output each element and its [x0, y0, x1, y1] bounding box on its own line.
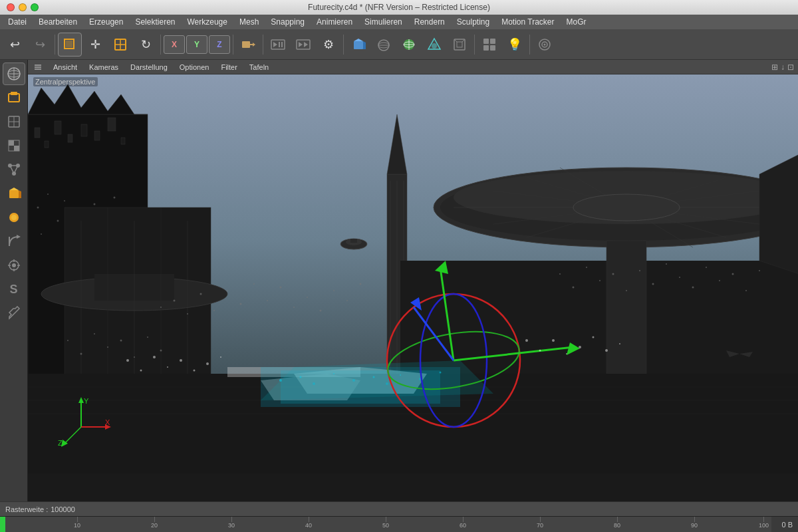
uv-button[interactable]: [3, 134, 25, 157]
svg-point-37: [544, 43, 546, 45]
menu-datei[interactable]: Datei: [3, 16, 32, 28]
axis-y-button[interactable]: Y: [186, 35, 207, 54]
cube-button[interactable]: [346, 33, 370, 57]
vp-ansicht[interactable]: Ansicht: [48, 62, 82, 72]
vp-darstellung[interactable]: Darstellung: [125, 62, 173, 72]
close-button[interactable]: [7, 3, 15, 11]
deformer-button[interactable]: [422, 33, 446, 57]
svg-text:X: X: [105, 418, 110, 426]
svg-point-209: [605, 349, 608, 352]
svg-point-62: [11, 215, 17, 220]
svg-point-176: [626, 290, 627, 291]
settings-button[interactable]: ⚙: [317, 33, 340, 57]
svg-point-156: [174, 300, 176, 302]
vp-optionen[interactable]: Optionen: [174, 62, 215, 72]
svg-rect-83: [108, 118, 116, 131]
maximize-button[interactable]: [31, 3, 39, 11]
view1-button[interactable]: [477, 33, 501, 57]
svg-rect-152: [350, 239, 357, 243]
vp-icon2[interactable]: ↓: [781, 63, 785, 72]
svg-point-187: [67, 340, 68, 341]
menu-bearbeiten[interactable]: Bearbeiten: [33, 16, 82, 28]
redo-button[interactable]: ↪: [28, 33, 52, 57]
svg-point-157: [187, 313, 188, 315]
menu-sculpting[interactable]: Sculpting: [452, 16, 495, 28]
object-mode-button[interactable]: [3, 86, 25, 109]
svg-rect-49: [9, 146, 14, 151]
modifier-button[interactable]: [3, 302, 25, 325]
viewport-toolbar: Ansicht Kameras Darstellung Optionen Fil…: [28, 60, 798, 74]
svg-point-178: [652, 283, 654, 285]
svg-rect-33: [483, 45, 489, 51]
sep2: [160, 35, 161, 55]
status-bar: Rasterweite : 100000: [0, 501, 798, 516]
axis-x-button[interactable]: X: [164, 35, 185, 54]
svg-point-87: [57, 220, 59, 222]
svg-point-158: [200, 293, 202, 295]
viewport[interactable]: Ansicht Kameras Darstellung Optionen Fil…: [28, 60, 798, 501]
svg-marker-7: [253, 43, 255, 47]
menu-erzeugen[interactable]: Erzeugen: [84, 16, 128, 28]
menu-simulieren[interactable]: Simulieren: [359, 16, 408, 28]
nav-button[interactable]: [3, 63, 25, 85]
sculpt-button[interactable]: S: [3, 278, 25, 301]
svg-rect-1: [66, 41, 72, 47]
transform-button[interactable]: [236, 33, 260, 57]
svg-point-164: [280, 287, 282, 289]
toolbar: ↩ ↪ ✛ ↻ X Y Z ⚙ 💡: [0, 29, 798, 60]
svg-point-201: [206, 362, 209, 365]
svg-rect-82: [94, 131, 100, 140]
svg-text:Z: Z: [58, 439, 63, 447]
sep5: [343, 35, 344, 55]
svg-marker-9: [273, 42, 277, 47]
vp-kameras[interactable]: Kameras: [84, 62, 124, 72]
scale-tool-button[interactable]: [108, 33, 132, 57]
svg-marker-59: [9, 188, 19, 190]
edge-mode-button[interactable]: [3, 158, 25, 181]
svg-point-173: [586, 267, 587, 268]
menu-rendern[interactable]: Rendern: [409, 16, 450, 28]
svg-point-184: [732, 273, 734, 275]
svg-point-155: [160, 307, 162, 308]
menu-motion-tracker[interactable]: Motion Tracker: [496, 16, 559, 28]
box-mode-button[interactable]: [3, 182, 25, 205]
anim-record-button[interactable]: [266, 33, 290, 57]
polygon-mode-button[interactable]: [3, 110, 25, 133]
timeline-track[interactable]: 0 10 20 30 40 50 60 70 80 90 100: [0, 517, 771, 532]
move-tool-button[interactable]: ✛: [83, 33, 107, 57]
camera-view-button[interactable]: [533, 33, 557, 57]
menu-selektieren[interactable]: Selektieren: [130, 16, 180, 28]
svg-point-205: [552, 339, 555, 342]
vp-tafeln[interactable]: Tafeln: [244, 62, 274, 72]
axis-z-button[interactable]: Z: [209, 35, 230, 54]
sphere-button[interactable]: [372, 33, 396, 57]
svg-rect-81: [81, 124, 87, 136]
light-button[interactable]: 💡: [503, 33, 527, 57]
box-button[interactable]: [448, 33, 471, 57]
cursor-button[interactable]: [3, 254, 25, 277]
sep1: [55, 35, 55, 55]
anim-key-button[interactable]: [291, 33, 315, 57]
svg-line-57: [10, 166, 14, 174]
vp-icon3[interactable]: ⊡: [787, 63, 794, 72]
svg-point-204: [539, 350, 541, 352]
menu-animieren[interactable]: Animieren: [311, 16, 358, 28]
selection-tool-button[interactable]: [58, 33, 82, 57]
svg-point-198: [167, 366, 168, 368]
menu-snapping[interactable]: Snapping: [265, 16, 310, 28]
svg-point-170: [360, 283, 362, 285]
mesh-button[interactable]: [397, 33, 421, 57]
bend-tool-button[interactable]: [3, 230, 25, 253]
light-mode-button[interactable]: [3, 206, 25, 229]
svg-point-181: [692, 287, 694, 289]
vp-filter[interactable]: Filter: [215, 62, 242, 72]
minimize-button[interactable]: [19, 3, 27, 11]
svg-rect-11: [281, 42, 283, 47]
vp-icon1[interactable]: ⊞: [771, 63, 778, 72]
rotate-tool-button[interactable]: ↻: [134, 33, 158, 57]
menu-mesh[interactable]: Mesh: [234, 16, 264, 28]
menu-werkzeuge[interactable]: Werkzeuge: [182, 16, 232, 28]
undo-button[interactable]: ↩: [3, 33, 27, 57]
menu-mogr[interactable]: MoGr: [561, 16, 592, 28]
scene-canvas[interactable]: Y X Z: [28, 74, 798, 501]
